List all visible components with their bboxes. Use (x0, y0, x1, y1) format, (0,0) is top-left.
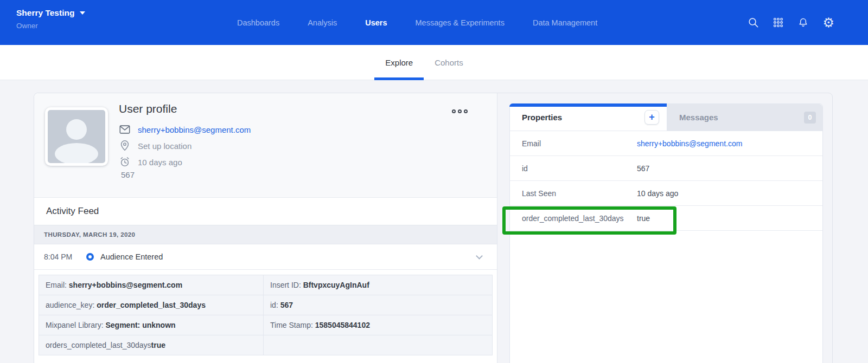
detail-cell-timestamp: Time Stamp: 1585045844102 (264, 315, 492, 335)
tab-properties[interactable]: Properties + (510, 104, 667, 131)
avatar-body-shape (55, 143, 98, 165)
detail-cell-id: id: 567 (264, 295, 492, 315)
table-row: orders_completed_last_30daystrue (39, 335, 493, 355)
add-property-button[interactable]: + (644, 110, 659, 125)
profile-summary-section: User profile sherry+bobbins@segment.com (34, 93, 497, 197)
profile-location-row: Set up location (119, 138, 251, 154)
project-name: Sherry Testing (16, 8, 74, 18)
project-selector[interactable]: Sherry Testing Owner (16, 8, 85, 30)
detail-cell-email: Email: sherry+bobbins@segment.com (39, 275, 264, 295)
overflow-menu-icon[interactable] (452, 109, 468, 113)
tab-cohorts[interactable]: Cohorts (424, 45, 474, 80)
nav-item-dashboards[interactable]: Dashboards (237, 18, 279, 27)
property-email-link[interactable]: sherry+bobbins@segment.com (637, 139, 742, 148)
chevron-down-icon (80, 11, 85, 15)
nav-item-analysis[interactable]: Analysis (308, 18, 337, 27)
property-row-email: Email sherry+bobbins@segment.com (510, 131, 822, 156)
search-icon[interactable] (748, 17, 759, 28)
event-details-table: Email: sherry+bobbins@segment.com Insert… (39, 275, 493, 355)
table-row: Mixpanel Library: Segment: unknown Time … (39, 315, 493, 335)
subnav-bar: Explore Cohorts (0, 45, 868, 80)
detail-cell-empty (264, 335, 492, 355)
project-role: Owner (16, 22, 85, 30)
user-id-text: 567 (121, 170, 135, 179)
top-header-bar: Sherry Testing Owner Dashboards Analysis… (0, 0, 868, 45)
event-time: 8:04 PM (44, 252, 78, 261)
table-row: Email: sherry+bobbins@segment.com Insert… (39, 275, 493, 295)
property-row-id: id 567 (510, 156, 822, 181)
header-icon-group: ⚙ (748, 0, 834, 45)
detail-cell-orders-completed: orders_completed_last_30daystrue (39, 335, 264, 355)
properties-panel: Properties + Messages 0 Email sherry+bob… (509, 103, 823, 363)
avatar-head-shape (66, 119, 87, 140)
alarm-clock-icon (119, 156, 131, 168)
profile-email-link[interactable]: sherry+bobbins@segment.com (138, 125, 251, 134)
tab-messages[interactable]: Messages 0 (667, 104, 822, 131)
detail-cell-audience-key: audience_key: order_completed_last_30day… (39, 295, 264, 315)
nav-item-users[interactable]: Users (365, 18, 387, 27)
event-name: Audience Entered (100, 252, 163, 261)
profile-last-seen-row: 10 days ago (119, 154, 251, 170)
user-profile-panel: User profile sherry+bobbins@segment.com (34, 93, 497, 363)
detail-cell-insert-id: Insert ID: BftvpxcuyAgInAuf (264, 275, 492, 295)
nav-item-messages-experiments[interactable]: Messages & Experiments (416, 18, 505, 27)
settings-gear-icon[interactable]: ⚙ (822, 16, 834, 29)
notifications-bell-icon[interactable] (797, 17, 809, 28)
location-pin-icon (119, 140, 131, 152)
activity-date-header: THURSDAY, MARCH 19, 2020 (34, 225, 497, 244)
activity-feed-header: Activity Feed (34, 197, 497, 225)
envelope-icon (119, 124, 131, 135)
avatar (45, 107, 108, 166)
table-row: audience_key: order_completed_last_30day… (39, 295, 493, 315)
app-screen: Sherry Testing Owner Dashboards Analysis… (0, 0, 868, 363)
page-title: User profile (119, 102, 177, 115)
property-row-order-completed: order_completed_last_30days true (510, 206, 822, 231)
detail-cell-mixpanel-library: Mixpanel Library: Segment: unknown (39, 315, 264, 335)
event-dot-icon (86, 253, 94, 261)
explore-content-card: User profile sherry+bobbins@segment.com (34, 93, 833, 363)
nav-item-data-management[interactable]: Data Management (533, 18, 597, 27)
main-nav: Dashboards Analysis Users Messages & Exp… (237, 0, 597, 45)
apps-grid-icon[interactable] (773, 17, 784, 28)
property-row-last-seen: Last Seen 10 days ago (510, 181, 822, 206)
profile-email-row: sherry+bobbins@segment.com (119, 121, 251, 138)
last-seen-text: 10 days ago (138, 158, 182, 167)
messages-count-badge: 0 (804, 112, 816, 124)
properties-panel-tabs: Properties + Messages 0 (510, 104, 822, 131)
set-up-location-link[interactable]: Set up location (138, 141, 192, 151)
chevron-down-icon[interactable] (476, 252, 483, 260)
activity-event-row[interactable]: 8:04 PM Audience Entered (34, 244, 497, 270)
tab-explore[interactable]: Explore (374, 45, 424, 80)
